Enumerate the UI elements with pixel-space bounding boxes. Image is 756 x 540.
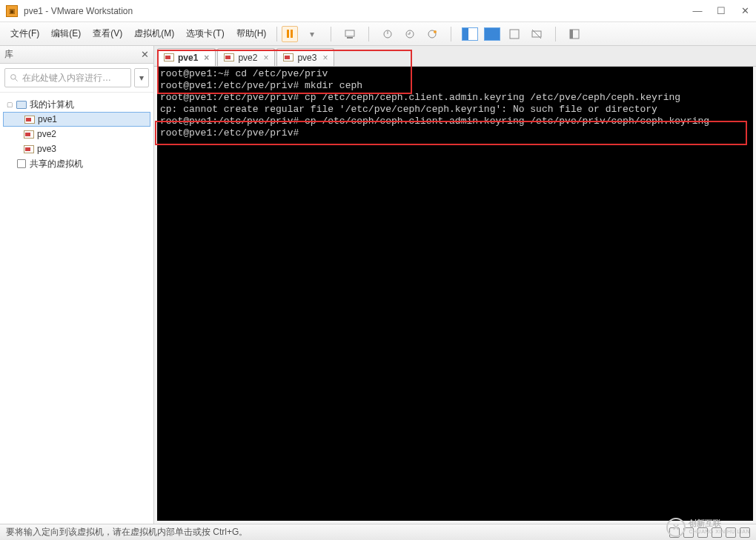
- svg-point-11: [11, 74, 16, 79]
- close-button[interactable]: ✕: [740, 5, 750, 16]
- menu-file[interactable]: 文件(F): [4, 24, 45, 43]
- tab-label: pve3: [297, 53, 316, 63]
- tree-shared-vms[interactable]: 共享的虚拟机: [3, 156, 150, 171]
- sidebar-title: 库: [4, 48, 13, 61]
- search-input[interactable]: 在此处键入内容进行…: [4, 68, 131, 87]
- library-button[interactable]: [566, 26, 583, 42]
- tab-pve2[interactable]: pve2 ×: [217, 48, 275, 66]
- search-dropdown[interactable]: ▾: [134, 68, 149, 87]
- tab-pve3[interactable]: pve3 ×: [276, 48, 334, 66]
- vm-icon: [224, 53, 234, 63]
- menu-vm[interactable]: 虚拟机(M): [128, 24, 180, 43]
- tab-pve1[interactable]: pve1 ×: [157, 48, 216, 66]
- menubar: 文件(F) 编辑(E) 查看(V) 虚拟机(M) 选项卡(T) 帮助(H) ▾: [0, 22, 756, 46]
- tab-label: pve2: [238, 53, 257, 63]
- watermark-brand: 创新互联: [689, 519, 750, 527]
- tab-close-button[interactable]: ×: [204, 53, 209, 63]
- vm-icon: [164, 53, 174, 63]
- view-unity-button[interactable]: [506, 26, 523, 42]
- vm-icon: [283, 53, 294, 63]
- tree-item-pve2[interactable]: pve2: [3, 127, 150, 141]
- share-icon: [16, 159, 27, 169]
- terminal-line: root@pve1:/etc/pve/priv# cp /etc/ceph/ce…: [160, 92, 680, 103]
- svg-rect-1: [347, 37, 353, 39]
- view-fullscreen-button[interactable]: [484, 27, 500, 41]
- snapshot-manager-button[interactable]: [424, 26, 440, 42]
- separator: [451, 27, 451, 41]
- window-title: pve1 - VMware Workstation: [24, 6, 692, 16]
- terminal-line: cp: cannot create regular file '/etc/pve…: [160, 104, 657, 115]
- pause-button[interactable]: [282, 26, 298, 42]
- view-stretch-button[interactable]: [528, 26, 545, 42]
- terminal-line: root@pve1:/etc/pve/priv# cp /etc/ceph/ce…: [160, 116, 709, 127]
- vm-tree: ▢ 我的计算机 pve1 pve2 pve3 共享的虚拟机: [0, 93, 153, 176]
- tree-shared-label: 共享的虚拟机: [30, 158, 83, 170]
- tree-root-label: 我的计算机: [30, 99, 74, 111]
- tree-item-label: pve3: [37, 144, 56, 154]
- vm-icon: [24, 114, 35, 124]
- tree-item-pve3[interactable]: pve3: [3, 141, 150, 156]
- snapshot-button[interactable]: [379, 26, 396, 42]
- svg-rect-0: [345, 30, 354, 36]
- content-area: pve1 × pve2 × pve3 × root@pve1:~# cd /et…: [154, 46, 756, 524]
- statusbar: 要将输入定向到该虚拟机，请在虚拟机内部单击或按 Ctrl+G。: [0, 524, 756, 540]
- vm-icon: [24, 129, 34, 139]
- vm-icon: [24, 144, 34, 154]
- svg-line-12: [15, 79, 17, 81]
- menu-help[interactable]: 帮助(H): [231, 24, 273, 43]
- app-icon: ▣: [6, 5, 18, 17]
- snapshot-revert-button[interactable]: [402, 26, 418, 42]
- vm-tabs: pve1 × pve2 × pve3 ×: [154, 46, 756, 67]
- view-console-button[interactable]: [462, 27, 478, 41]
- tab-label: pve1: [178, 53, 198, 63]
- tab-close-button[interactable]: ×: [322, 53, 328, 63]
- svg-rect-10: [570, 30, 573, 39]
- terminal[interactable]: root@pve1:~# cd /etc/pve/priv root@pve1:…: [157, 67, 753, 521]
- sidebar: 库 ✕ 在此处键入内容进行… ▾ ▢ 我的计算机 pve1 pve2: [0, 46, 154, 524]
- terminal-line: root@pve1:/etc/pve/priv#: [160, 127, 305, 139]
- search-placeholder: 在此处键入内容进行…: [22, 72, 111, 84]
- separator: [331, 27, 331, 41]
- pause-dropdown[interactable]: ▾: [304, 26, 320, 42]
- watermark-logo-icon: ✕: [666, 518, 686, 537]
- terminal-line: root@pve1:~# cd /etc/pve/priv: [160, 68, 328, 79]
- maximize-button[interactable]: ☐: [716, 5, 726, 16]
- computer-icon: [16, 99, 27, 110]
- minimize-button[interactable]: —: [692, 5, 703, 16]
- sidebar-close-button[interactable]: ✕: [141, 49, 149, 60]
- watermark: ✕ 创新互联 CHUANG XIN HU LIAN: [666, 518, 750, 537]
- watermark-sub: CHUANG XIN HU LIAN: [689, 527, 750, 536]
- window-titlebar: ▣ pve1 - VMware Workstation — ☐ ✕: [0, 0, 756, 22]
- menu-edit[interactable]: 编辑(E): [45, 24, 87, 43]
- expand-icon[interactable]: ▢: [6, 101, 13, 108]
- svg-point-5: [434, 30, 437, 33]
- sidebar-header: 库 ✕: [0, 46, 153, 64]
- tree-item-label: pve1: [38, 114, 57, 124]
- separator: [368, 27, 369, 41]
- separator: [555, 27, 556, 41]
- tab-close-button[interactable]: ×: [263, 53, 268, 63]
- tree-my-computer[interactable]: ▢ 我的计算机: [3, 97, 150, 112]
- svg-rect-6: [510, 30, 519, 39]
- tree-item-pve1[interactable]: pve1: [3, 112, 150, 127]
- separator: [276, 27, 277, 41]
- terminal-line: root@pve1:/etc/pve/priv# mkdir ceph: [160, 80, 362, 91]
- tree-item-label: pve2: [37, 129, 56, 139]
- menu-view[interactable]: 查看(V): [87, 24, 128, 43]
- send-ctrl-alt-del-button[interactable]: [342, 26, 358, 42]
- status-text: 要将输入定向到该虚拟机，请在虚拟机内部单击或按 Ctrl+G。: [6, 526, 248, 539]
- search-icon: [10, 73, 19, 83]
- menu-tabs[interactable]: 选项卡(T): [180, 24, 230, 43]
